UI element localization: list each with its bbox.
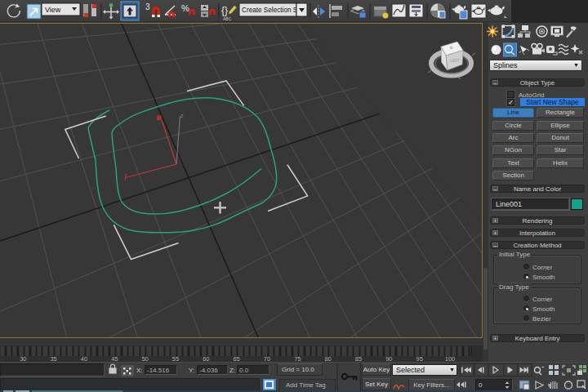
svg-text:+: + [541, 364, 545, 369]
svg-text:View: View [45, 6, 61, 14]
svg-text:3: 3 [145, 2, 150, 11]
svg-text:%: % [181, 3, 189, 13]
svg-text:z: z [180, 113, 184, 118]
svg-text:Create Selection Se: Create Selection Se [242, 7, 301, 14]
svg-text:ABC: ABC [223, 16, 232, 21]
svg-text:{}: {} [221, 5, 228, 16]
svg-text:LEFT: LEFT [450, 59, 459, 63]
